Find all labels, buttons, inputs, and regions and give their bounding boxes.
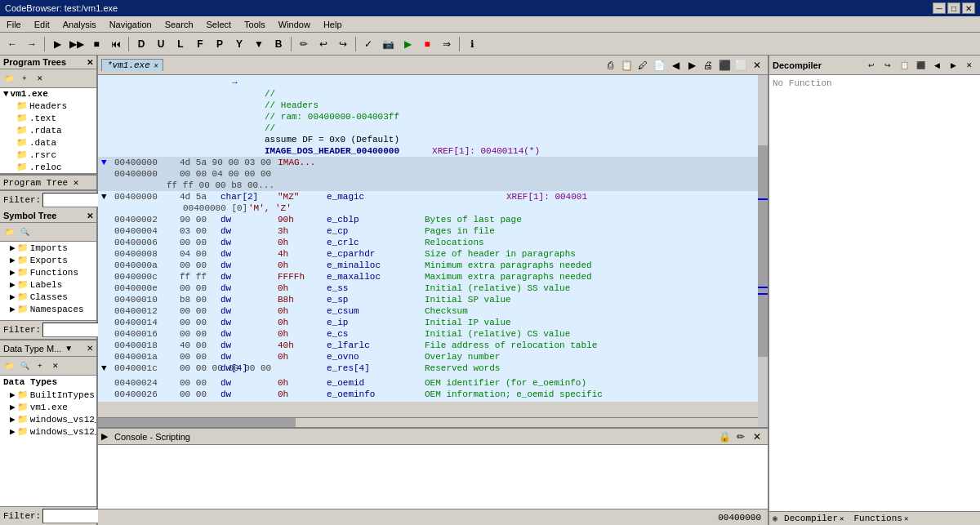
dt-dropdown[interactable]: ▼ (65, 344, 73, 353)
st-btn2[interactable]: 🔍 (17, 225, 32, 239)
menu-help[interactable]: Help (320, 19, 345, 30)
dt-windows64[interactable]: ▶ 📁 windows_vs12_64 (0, 425, 96, 438)
row-eres[interactable]: ▼ 0040001c 00 00 00 00 00 00 dw[4] e_res… (98, 363, 768, 374)
tb-snap[interactable]: 📷 (379, 35, 397, 53)
tree-root[interactable]: ▼ vm1.exe (0, 88, 96, 100)
tree-item-rsrc[interactable]: 📁 .rsrc (0, 149, 96, 161)
tb-undo[interactable]: ↩ (314, 35, 332, 53)
listing-content[interactable]: → // // Headers // ram: 00400000-004003f… (98, 75, 768, 402)
menu-file[interactable]: File (3, 19, 24, 30)
tb-label[interactable]: L (172, 35, 189, 53)
dt-btn4[interactable]: ✕ (48, 358, 63, 373)
maximize-button[interactable]: □ (947, 2, 960, 14)
row-esp[interactable]: 00400010 b8 00 dw B8h e_sp Initial SP va… (98, 294, 768, 305)
row-eoemid[interactable]: 00400024 00 00 dw 0h e_oemid OEM identif… (98, 377, 768, 389)
data-type-close[interactable]: ✕ (87, 344, 93, 353)
symbol-classes[interactable]: ▶ 📁 Classes (0, 291, 96, 303)
symbol-namespaces[interactable]: ▶ 📁 Namespaces (0, 303, 96, 315)
dt-builtintypes[interactable]: ▶ 📁 BuiltInTypes (0, 389, 96, 401)
lt-btn7[interactable]: 🖨 (701, 58, 715, 73)
dc-btn1[interactable]: ↩ (864, 58, 879, 73)
lt-btn9[interactable]: ⬜ (733, 58, 748, 73)
symbol-imports[interactable]: ▶ 📁 Imports (0, 242, 96, 254)
symbol-labels[interactable]: ▶ 📁 Labels (0, 278, 96, 291)
lt-btn3[interactable]: 🖊 (635, 58, 650, 73)
dt-windows32[interactable]: ▶ 📁 windows_vs12_32 (0, 413, 96, 425)
tree-item-reloc[interactable]: 📁 .reloc (0, 161, 96, 173)
row-eovno[interactable]: 0040001a 00 00 dw 0h e_ovno Overlay numb… (98, 351, 768, 363)
dt-btn2[interactable]: 🔍 (17, 358, 32, 373)
lt-btn5[interactable]: ◀ (668, 58, 683, 73)
tb-run[interactable]: ▶ (399, 35, 416, 53)
dt-btn1[interactable]: 📁 (2, 358, 16, 373)
symbol-functions[interactable]: ▶ 📁 Functions (0, 266, 96, 278)
lt-btn1[interactable]: ⎙ (603, 58, 617, 73)
tb-btn3[interactable]: ■ (87, 35, 105, 53)
row-elfarlc[interactable]: 00400018 40 00 dw 40h e_lfarlc File addr… (98, 340, 768, 351)
dc-btn5[interactable]: ◀ (929, 58, 944, 73)
lt-btn6[interactable]: ▶ (684, 58, 699, 73)
dc-btn2[interactable]: ↪ (880, 58, 895, 73)
dc-btn3[interactable]: 📋 (897, 58, 911, 73)
dt-vm1exe[interactable]: ▶ 📁 vm1.exe (0, 401, 96, 413)
row-ecblp[interactable]: 00400002 90 00 dw 90h e_cblp Bytes of la… (98, 214, 768, 225)
symbol-tree-close[interactable]: ✕ (87, 211, 93, 220)
console-btn3[interactable]: ✕ (750, 429, 764, 444)
menu-analysis[interactable]: Analysis (60, 19, 100, 30)
tb-bookmark[interactable]: ✓ (359, 35, 377, 53)
row-ecparhdr[interactable]: 00400008 04 00 dw 4h e_cparhdr Size of h… (98, 248, 768, 260)
menu-edit[interactable]: Edit (31, 19, 53, 30)
row-ecs[interactable]: 00400016 00 00 dw 0h e_cs Initial (relat… (98, 328, 768, 340)
listing-tab[interactable]: *vm1.exe ✕ (101, 59, 163, 71)
pt-btn3[interactable]: ✕ (33, 71, 47, 86)
program-trees-close[interactable]: ✕ (87, 58, 93, 67)
tb-btn2[interactable]: ▶▶ (68, 35, 86, 53)
row-ecrlc[interactable]: 00400006 00 00 dw 0h e_crlc Relocations (98, 237, 768, 248)
lt-btn2[interactable]: 📋 (619, 58, 634, 73)
h-scrollbar[interactable] (98, 417, 758, 427)
tb-btn4[interactable]: ⏮ (107, 35, 125, 53)
lt-btn8[interactable]: ⬛ (717, 58, 732, 73)
row-ecp[interactable]: 00400004 03 00 dw 3h e_cp Pages in file (98, 225, 768, 237)
dc-close[interactable]: ✕ (962, 58, 977, 73)
tb-stop[interactable]: ■ (418, 35, 436, 53)
row-ess[interactable]: 0040000e 00 00 dw 0h e_ss Initial (relat… (98, 283, 768, 294)
menu-tools[interactable]: Tools (241, 19, 269, 30)
tb-b[interactable]: B (270, 35, 287, 53)
row-ecsum[interactable]: 00400012 00 00 dw 0h e_csum Checksum (98, 305, 768, 317)
menu-select[interactable]: Select (203, 19, 235, 30)
tb-redo[interactable]: ↪ (334, 35, 352, 53)
listing-close[interactable]: ✕ (750, 58, 764, 73)
code-collapsed-1[interactable]: ▼ 00400000 4d 5a 90 00 03 00 IMAG... (98, 157, 768, 168)
listing-tab-close[interactable]: ✕ (154, 61, 158, 70)
tb-undefined[interactable]: U (152, 35, 170, 53)
tb-back[interactable]: ← (3, 35, 21, 53)
tab-functions-close[interactable]: ✕ (904, 514, 908, 523)
code-emagic[interactable]: ▼ 00400000 4d 5a char[2] "MZ" e_magic XR… (98, 191, 768, 202)
tb-ptr[interactable]: P (211, 35, 229, 53)
tb-patch[interactable]: ✏ (295, 35, 313, 53)
tab-functions[interactable]: Functions ✕ (850, 514, 911, 523)
row-emaxalloc[interactable]: 0040000c ff ff dw FFFFh e_maxalloc Maxim… (98, 271, 768, 283)
pt-btn2[interactable]: + (17, 71, 32, 86)
tb-forward[interactable]: → (23, 35, 41, 53)
tb-step[interactable]: ⇒ (438, 35, 456, 53)
menu-window[interactable]: Window (275, 19, 314, 30)
dt-btn3[interactable]: + (33, 358, 47, 373)
tab-decompiler[interactable]: Decompiler ✕ (781, 514, 847, 523)
tb-function[interactable]: F (191, 35, 209, 53)
tb-info[interactable]: ℹ (463, 35, 481, 53)
tree-item-rdata[interactable]: 📁 .rdata (0, 124, 96, 136)
minimize-button[interactable]: ─ (933, 2, 946, 14)
row-eoeminfo[interactable]: 00400026 00 00 dw 0h e_oeminfo OEM infor… (98, 389, 768, 400)
nav-scrollbar[interactable] (758, 75, 768, 427)
console-btn2[interactable]: ✏ (733, 429, 748, 444)
tb-array[interactable]: Y (230, 35, 248, 53)
tree-item-text[interactable]: 📁 .text (0, 112, 96, 124)
tb-btn1[interactable]: ▶ (48, 35, 66, 53)
symbol-exports[interactable]: ▶ 📁 Exports (0, 254, 96, 266)
tab-decompiler-close[interactable]: ✕ (840, 514, 844, 523)
close-window-button[interactable]: ✕ (962, 2, 975, 14)
dc-btn6[interactable]: ▶ (946, 58, 960, 73)
tree-item-headers[interactable]: 📁 Headers (0, 100, 96, 112)
